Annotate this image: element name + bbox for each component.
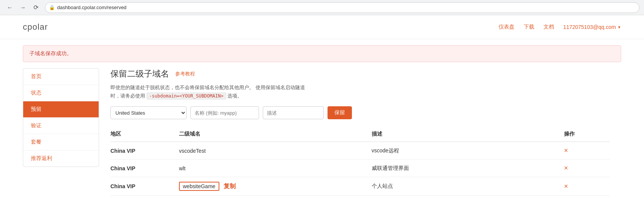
col-header-action: 操作 — [564, 131, 610, 138]
nav-docs[interactable]: 文档 — [543, 24, 554, 30]
subdomain-highlight-box: websiteGame — [179, 182, 219, 191]
row3-region: China VIP — [110, 183, 179, 189]
desc-part1: 即使您的隧道处于脱机状态，也不会将保留域名分配给其他用户。 使用保留域名启动隧道 — [110, 85, 305, 90]
header-nav: 仪表盘 下载 文档 1172075103@qq.com ▼ — [499, 24, 621, 30]
copy-button[interactable]: 复制 — [224, 182, 236, 190]
desc-part2: 时，请务必使用 — [110, 93, 145, 99]
row1-delete-button[interactable]: × — [564, 147, 610, 155]
row2-desc: 威联通管理界面 — [372, 165, 564, 172]
back-button[interactable]: ← — [5, 2, 15, 13]
form-row: United States China VIP 保留 — [110, 106, 610, 119]
sidebar-item-home[interactable]: 首页 — [23, 69, 99, 85]
right-content: 保留二级子域名 参考教程 即使您的隧道处于脱机状态，也不会将保留域名分配给其他用… — [99, 68, 621, 196]
header: cpolar 仪表盘 下载 文档 1172075103@qq.com ▼ — [0, 15, 644, 39]
col-header-region: 地区 — [110, 131, 179, 138]
url-text: dashboard.cpolar.com/reserved — [57, 5, 126, 10]
row1-region: China VIP — [110, 148, 179, 154]
save-button[interactable]: 保留 — [328, 106, 352, 119]
nav-download[interactable]: 下载 — [524, 24, 534, 30]
sidebar-item-reserved[interactable]: 预留 — [23, 101, 99, 118]
logo: cpolar — [23, 22, 48, 32]
address-bar[interactable]: 🔒 dashboard.cpolar.com/reserved — [45, 2, 639, 13]
region-select[interactable]: United States China VIP — [110, 106, 187, 119]
title-row: 保留二级子域名 参考教程 — [110, 68, 610, 80]
row3-delete-button[interactable]: × — [564, 182, 610, 190]
sidebar-item-plan[interactable]: 套餐 — [23, 134, 99, 150]
row3-desc: 个人站点 — [372, 183, 564, 190]
sidebar-item-referral[interactable]: 推荐返利 — [23, 150, 99, 166]
page-title: 保留二级子域名 — [110, 68, 169, 80]
row3-subdomain: websiteGame 复制 — [179, 182, 372, 191]
row1-subdomain: vscodeTest — [179, 148, 372, 154]
table-row: China VIP websiteGame 复制 个人站点 × — [110, 177, 610, 196]
code-tag: -subdomain=<YOUR_SUBDOMAIN> — [147, 93, 226, 99]
browser-chrome: ← → ⟳ 🔒 dashboard.cpolar.com/reserved — [0, 0, 644, 15]
table-row: China VIP vscodeTest vscode远程 × — [110, 142, 610, 160]
success-banner: 子域名保存成功。 — [23, 45, 621, 62]
chevron-down-icon: ▼ — [617, 25, 621, 29]
sidebar-item-status[interactable]: 状态 — [23, 85, 99, 101]
name-input[interactable] — [190, 106, 259, 119]
row2-region: China VIP — [110, 165, 179, 171]
main-content: 首页 状态 预留 验证 套餐 推荐返利 保留二级子域名 参考教程 — [0, 68, 644, 196]
nav-dashboard[interactable]: 仪表盘 — [499, 24, 515, 30]
desc-input[interactable] — [263, 106, 324, 119]
sidebar-item-verify[interactable]: 验证 — [23, 118, 99, 134]
row1-desc: vscode远程 — [372, 147, 564, 154]
user-email: 1172075103@qq.com — [563, 24, 616, 30]
lock-icon: 🔒 — [49, 5, 55, 10]
refresh-button[interactable]: ⟳ — [30, 2, 41, 13]
col-header-subdomain: 二级域名 — [179, 131, 372, 138]
page-description: 即使您的隧道处于脱机状态，也不会将保留域名分配给其他用户。 使用保留域名启动隧道… — [110, 83, 610, 100]
table-header: 地区 二级域名 描述 操作 — [110, 127, 610, 142]
nav-buttons: ← → ⟳ — [5, 2, 41, 13]
ref-link[interactable]: 参考教程 — [175, 70, 195, 77]
sidebar: 首页 状态 预留 验证 套餐 推荐返利 — [23, 68, 99, 167]
success-message: 子域名保存成功。 — [29, 50, 72, 56]
user-menu[interactable]: 1172075103@qq.com ▼ — [563, 24, 621, 30]
page: cpolar 仪表盘 下载 文档 1172075103@qq.com ▼ 子域名… — [0, 15, 644, 208]
row2-subdomain: wlt — [179, 165, 372, 171]
row2-delete-button[interactable]: × — [564, 164, 610, 172]
forward-button[interactable]: → — [18, 2, 28, 13]
desc-part3: 选项。 — [227, 93, 242, 99]
col-header-desc: 描述 — [372, 131, 564, 138]
table-row: China VIP wlt 威联通管理界面 × — [110, 160, 610, 177]
